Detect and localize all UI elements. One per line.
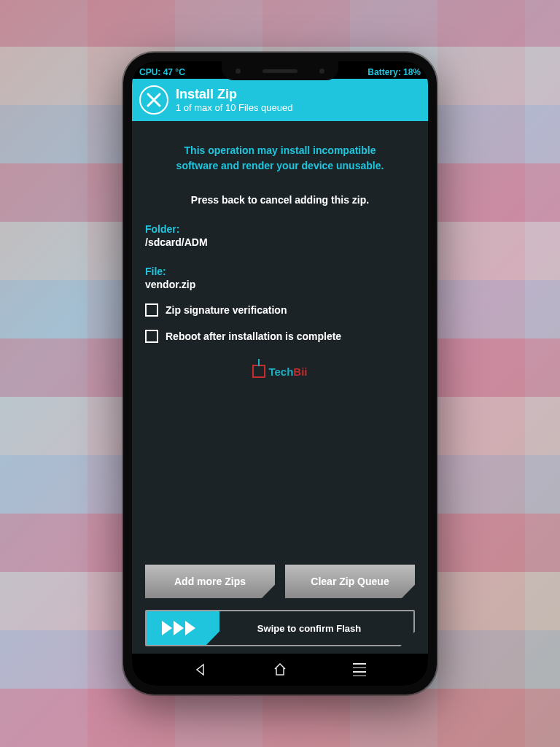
action-buttons: Add more Zips Clear Zip Queue: [145, 565, 415, 598]
phone-screen: CPU: 47 °C Battery: 18% Install Zip 1 of…: [132, 61, 428, 686]
watermark-text: TechBii: [268, 365, 307, 378]
arrow-icon: [162, 621, 172, 635]
arrow-icon: [174, 621, 184, 635]
back-icon: [194, 663, 207, 676]
folder-label: Folder:: [145, 223, 415, 235]
zip-signature-label: Zip signature verification: [166, 304, 287, 316]
checkbox-icon: [145, 330, 158, 343]
header-text: Install Zip 1 of max of 10 Files queued: [176, 87, 292, 113]
watermark: TechBii: [145, 365, 415, 378]
zip-signature-checkbox-row[interactable]: Zip signature verification: [145, 303, 415, 317]
swipe-label: Swipe to confirm Flash: [219, 623, 413, 634]
battery-level: Battery: 18%: [368, 67, 421, 77]
nav-bar: [132, 654, 428, 686]
home-button[interactable]: [262, 659, 298, 681]
warning-text: This operation may install incompatible …: [145, 143, 415, 174]
file-info: File: vendor.zip: [145, 266, 415, 290]
menu-button[interactable]: [341, 659, 378, 681]
watermark-logo-icon: [252, 365, 265, 378]
phone-frame: CPU: 47 °C Battery: 18% Install Zip 1 of…: [123, 53, 437, 694]
display-notch: [222, 61, 338, 80]
swipe-to-flash[interactable]: Swipe to confirm Flash: [145, 610, 415, 646]
main-content: This operation may install incompatible …: [132, 121, 428, 654]
folder-info: Folder: /sdcard/ADM: [145, 223, 415, 248]
add-more-zips-button[interactable]: Add more Zips: [145, 565, 275, 598]
app-header: Install Zip 1 of max of 10 Files queued: [132, 79, 428, 121]
reboot-label: Reboot after installation is complete: [166, 330, 341, 342]
page-title: Install Zip: [176, 87, 292, 102]
arrow-icon: [185, 621, 195, 635]
home-icon: [273, 662, 287, 677]
twrp-logo-icon: [139, 85, 168, 115]
checkbox-icon: [145, 303, 158, 317]
swipe-handle[interactable]: [147, 611, 219, 645]
menu-icon: [353, 663, 366, 676]
instruction-text: Press back to cancel adding this zip.: [145, 194, 415, 206]
file-label: File:: [145, 266, 415, 277]
reboot-checkbox-row[interactable]: Reboot after installation is complete: [145, 330, 415, 343]
warning-line1: This operation may install incompatible: [145, 143, 415, 158]
queue-status: 1 of max of 10 Files queued: [176, 102, 292, 113]
back-button[interactable]: [182, 659, 219, 681]
cpu-temp: CPU: 47 °C: [139, 67, 185, 77]
warning-line2: software and render your device unusable…: [145, 158, 415, 174]
file-value: vendor.zip: [145, 279, 415, 290]
clear-zip-queue-button[interactable]: Clear Zip Queue: [285, 565, 415, 598]
folder-value: /sdcard/ADM: [145, 236, 415, 248]
